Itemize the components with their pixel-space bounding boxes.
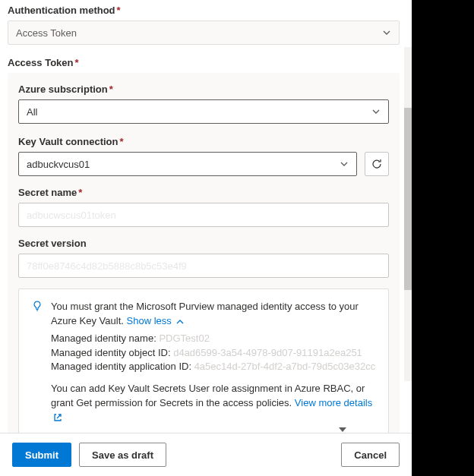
footer: Submit Save as draft Cancel	[0, 433, 412, 476]
azure-sub-label: Azure subscription*	[18, 84, 389, 95]
secret-version-input[interactable]: 78ff0e8746c4d82b5888c8b5c53e4f9	[18, 254, 389, 278]
scrollbar-track[interactable]	[404, 47, 412, 381]
cancel-button[interactable]: Cancel	[341, 443, 400, 467]
scroll-down-arrow-icon[interactable]	[339, 427, 346, 432]
chevron-up-icon	[175, 317, 185, 326]
azure-sub-select[interactable]: All	[18, 99, 389, 124]
tip-box: You must grant the Microsoft Purview man…	[18, 288, 389, 433]
kv-conn-placeholder: adbuckvcus01	[27, 159, 90, 170]
chevron-down-icon	[382, 28, 391, 37]
chevron-down-icon	[371, 107, 381, 116]
submit-button[interactable]: Submit	[12, 443, 71, 467]
auth-method-value: Access Token	[16, 27, 77, 39]
kv-conn-label: Key Vault connection*	[18, 136, 389, 147]
save-draft-button[interactable]: Save as draft	[79, 443, 166, 467]
external-link-icon	[53, 413, 62, 422]
auth-method-select[interactable]: Access Token	[8, 20, 400, 45]
show-less-link[interactable]: Show less	[127, 315, 185, 326]
refresh-button[interactable]	[365, 152, 389, 176]
right-mask	[412, 0, 474, 476]
azure-sub-value: All	[27, 106, 37, 118]
refresh-icon	[371, 158, 383, 170]
chevron-down-icon	[340, 159, 349, 169]
secret-name-label: Secret name*	[18, 187, 389, 198]
scrollbar-thumb[interactable]	[404, 108, 412, 290]
access-token-section-label: Access Token*	[8, 57, 400, 68]
lightbulb-icon	[31, 300, 43, 329]
auth-method-label: Authentication method*	[8, 5, 400, 16]
kv-conn-select[interactable]: adbuckvcus01	[18, 152, 357, 176]
secret-version-label: Secret version	[18, 238, 389, 249]
secret-name-input[interactable]: adbucwscus01token	[18, 203, 389, 227]
